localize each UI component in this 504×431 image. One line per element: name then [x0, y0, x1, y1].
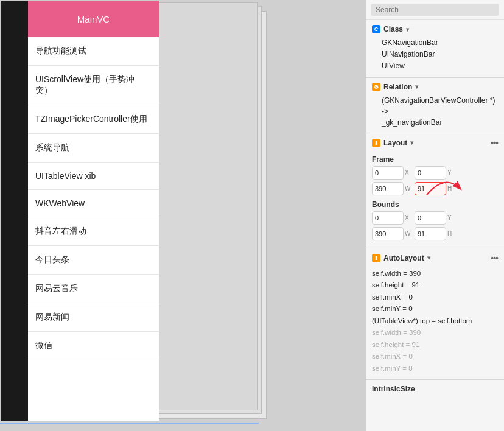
bounds-x-label: X — [405, 214, 412, 221]
nav-title: MainVC — [77, 14, 110, 24]
phone-screen: MainVC 导航功能测试UIScrollView使用（手势冲突）TZImage… — [28, 1, 159, 421]
layout-icon: ▮ — [372, 139, 380, 147]
frame-y-label: Y — [447, 169, 455, 176]
relation-line2: _gk_navigationBar — [382, 117, 498, 128]
class-section-header[interactable]: C Class ▾ — [366, 20, 504, 36]
search-bar — [366, 0, 504, 20]
frame-w-cell: W — [372, 182, 412, 195]
bounds-w-label: W — [405, 230, 412, 237]
class-label: Class — [383, 25, 403, 33]
autolayout-item: (UITableView*).top = self.bottom — [372, 315, 498, 328]
bounds-y-cell: Y — [415, 211, 455, 225]
phone-device: MainVC 导航功能测试UIScrollView使用（手势冲突）TZImage… — [0, 0, 158, 420]
relation-icon: ⚙ — [372, 83, 380, 91]
autolayout-item: self.width = 390 — [372, 327, 498, 339]
autolayout-item: self.minX = 0 — [372, 351, 498, 363]
autolayout-label: AutoLayout — [383, 254, 424, 262]
frame-label: Frame — [372, 155, 498, 164]
relation-section: ⚙ Relation ▾ (GKNavigationBarViewControl… — [366, 78, 504, 133]
layout-grid: Frame X Y W H — [366, 150, 504, 248]
list-item: WKWebView — [28, 190, 159, 217]
list-item: 系统导航 — [28, 134, 159, 163]
frame-x-cell: X — [372, 166, 412, 180]
search-input[interactable] — [371, 4, 499, 16]
frame-w-label: W — [405, 185, 412, 192]
bounds-row-2: W H — [372, 227, 498, 240]
list-item: 微信 — [28, 332, 159, 360]
frame-y-cell: Y — [415, 166, 455, 180]
list-item: 网易新闻 — [28, 303, 159, 332]
black-sidebar-bar — [1, 1, 28, 421]
bounds-x-input[interactable] — [372, 211, 404, 225]
relation-value: (GKNavigationBarViewController *) -> _gk… — [366, 94, 504, 133]
frame-row-1: X Y — [372, 166, 498, 180]
bounds-y-input[interactable] — [415, 211, 446, 225]
frame-x-label: X — [405, 169, 412, 176]
frame-w-input[interactable] — [372, 182, 404, 195]
autolayout-section: ▮ AutoLayout ▾ ••• self.width = 390self.… — [366, 248, 504, 380]
frame-h-cell: H — [415, 182, 455, 195]
intrinsic-header-left: IntrinsicSize — [372, 385, 415, 393]
class-item: UIView — [382, 60, 498, 72]
frame-x-input[interactable] — [372, 166, 404, 180]
frame-h-label: H — [447, 185, 455, 192]
canvas-area: MainVC 导航功能测试UIScrollView使用（手势冲突）TZImage… — [0, 0, 365, 431]
frame-row-2: W H — [372, 182, 498, 195]
autolayout-item: self.minY = 0 — [372, 363, 498, 375]
class-item: UINavigationBar — [382, 49, 498, 60]
layout-chevron-icon: ▾ — [410, 139, 413, 146]
class-section: C Class ▾ GKNavigationBarUINavigationBar… — [366, 20, 504, 77]
bounds-w-cell: W — [372, 227, 412, 240]
autolayout-dots-icon[interactable]: ••• — [491, 253, 498, 263]
layout-label: Layout — [383, 139, 407, 147]
intrinsic-section-header[interactable]: IntrinsicSize — [366, 380, 504, 396]
class-header-left: C Class ▾ — [372, 25, 409, 33]
autolayout-chevron-icon: ▾ — [427, 254, 430, 261]
bounds-row-1: X Y — [372, 211, 498, 225]
autolayout-item: self.width = 390 — [372, 268, 498, 280]
relation-label: Relation — [383, 83, 412, 91]
list-container: 导航功能测试UIScrollView使用（手势冲突）TZImagePickerC… — [28, 37, 159, 360]
bounds-x-cell: X — [372, 211, 412, 225]
list-item: 抖音左右滑动 — [28, 217, 159, 246]
list-item: UIScrollView使用（手势冲突） — [28, 66, 159, 105]
list-item: TZImagePickerController使用 — [28, 105, 159, 134]
bounds-h-cell: H — [415, 227, 455, 240]
class-item: GKNavigationBar — [382, 37, 498, 49]
class-values: GKNavigationBarUINavigationBarUIView — [366, 36, 504, 77]
list-item: UITableView xib — [28, 163, 159, 190]
layout-section-header[interactable]: ▮ Layout ▾ ••• — [366, 133, 504, 150]
autolayout-header-left: ▮ AutoLayout ▾ — [372, 254, 430, 262]
frame-h-input[interactable] — [415, 182, 446, 195]
relation-section-header[interactable]: ⚙ Relation ▾ — [366, 78, 504, 94]
inspector-panel: C Class ▾ GKNavigationBarUINavigationBar… — [365, 0, 504, 431]
layout-section: ▮ Layout ▾ ••• Frame X Y — [366, 133, 504, 248]
layout-dots-icon[interactable]: ••• — [491, 138, 498, 148]
autolayout-item: self.minX = 0 — [372, 292, 498, 304]
bounds-h-input[interactable] — [415, 227, 446, 240]
relation-chevron-icon: ▾ — [415, 83, 418, 90]
list-item: 网易云音乐 — [28, 275, 159, 303]
autolayout-item: self.height = 91 — [372, 279, 498, 292]
list-item: 导航功能测试 — [28, 37, 159, 66]
autolayout-icon: ▮ — [372, 254, 380, 262]
layout-header-left: ▮ Layout ▾ — [372, 139, 413, 147]
class-icon: C — [372, 25, 380, 33]
bounds-label: Bounds — [372, 200, 498, 209]
autolayout-item: self.minY = 0 — [372, 303, 498, 315]
autolayout-values: self.width = 390self.height = 91self.min… — [366, 265, 504, 380]
class-chevron-icon: ▾ — [406, 26, 409, 33]
relation-line1: (GKNavigationBarViewController *) -> — [382, 95, 498, 117]
bounds-y-label: Y — [447, 214, 455, 221]
nav-bar: MainVC — [28, 1, 159, 37]
relation-header-left: ⚙ Relation ▾ — [372, 83, 418, 91]
autolayout-section-header[interactable]: ▮ AutoLayout ▾ ••• — [366, 248, 504, 265]
frame-y-input[interactable] — [415, 166, 446, 180]
intrinsic-label: IntrinsicSize — [372, 385, 415, 393]
bounds-h-label: H — [447, 230, 455, 237]
autolayout-item: self.height = 91 — [372, 339, 498, 351]
bounds-w-input[interactable] — [372, 227, 404, 240]
list-item: 今日头条 — [28, 246, 159, 275]
